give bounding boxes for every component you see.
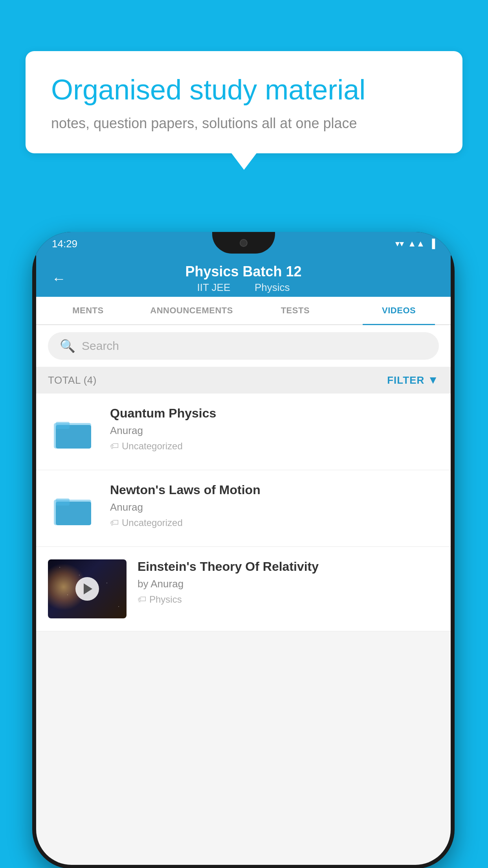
subtitle-iit: IIT JEE: [197, 281, 230, 293]
tag-icon-einstein: 🏷: [138, 594, 146, 605]
batch-title: Physics Batch 12: [185, 263, 301, 280]
battery-icon: ▐: [429, 239, 435, 249]
filter-icon: ▼: [427, 374, 439, 386]
front-camera: [240, 239, 248, 247]
play-triangle-icon: [84, 583, 92, 594]
einstein-title: Einstein's Theory Of Relativity: [138, 559, 439, 574]
subtitle-physics: Physics: [255, 281, 290, 293]
tag-icon-newton: 🏷: [110, 518, 119, 528]
tag-icon: 🏷: [110, 441, 119, 451]
newton-info: Newton's Laws of Motion Anurag 🏷 Uncateg…: [110, 483, 439, 528]
quantum-thumbnail: [48, 406, 99, 457]
video-item-quantum[interactable]: Quantum Physics Anurag 🏷 Uncategorized: [36, 394, 451, 470]
phone-frame: 14:29 ▾▾ ▲▲ ▐ ← Physics Batch 12 IIT JEE…: [32, 232, 455, 868]
play-button[interactable]: [75, 577, 99, 601]
quantum-tag: 🏷 Uncategorized: [110, 441, 439, 452]
einstein-author: by Anurag: [138, 578, 439, 590]
folder-icon-quantum: [52, 413, 95, 451]
video-item-einstein[interactable]: Einstein's Theory Of Relativity by Anura…: [36, 547, 451, 631]
tab-videos[interactable]: VIDEOS: [347, 297, 451, 324]
status-time: 14:29: [52, 238, 77, 250]
app-header: ← Physics Batch 12 IIT JEE Physics: [36, 256, 451, 297]
tab-announcements[interactable]: ANNOUNCEMENTS: [140, 297, 244, 324]
signal-icon: ▲▲: [408, 239, 425, 249]
video-list: Quantum Physics Anurag 🏷 Uncategorized: [36, 394, 451, 631]
speech-bubble: Organised study material notes, question…: [26, 51, 462, 153]
folder-icon-newton: [52, 490, 95, 527]
video-item-newton[interactable]: Newton's Laws of Motion Anurag 🏷 Uncateg…: [36, 470, 451, 547]
search-input[interactable]: 🔍 Search: [48, 332, 439, 360]
filter-bar: TOTAL (4) FILTER ▼: [36, 367, 451, 394]
quantum-tag-label: Uncategorized: [122, 441, 183, 452]
tab-ments[interactable]: MENTS: [36, 297, 140, 324]
newton-title: Newton's Laws of Motion: [110, 483, 439, 497]
search-bar-container: 🔍 Search: [36, 325, 451, 367]
newton-author: Anurag: [110, 501, 439, 513]
header-top: ← Physics Batch 12 IIT JEE Physics: [52, 263, 435, 297]
einstein-tag-label: Physics: [149, 594, 182, 605]
filter-label: FILTER: [387, 374, 424, 386]
einstein-thumbnail: [48, 559, 127, 618]
einstein-info: Einstein's Theory Of Relativity by Anura…: [138, 559, 439, 605]
tab-tests[interactable]: TESTS: [244, 297, 347, 324]
back-button[interactable]: ←: [52, 270, 66, 287]
wifi-icon: ▾▾: [395, 239, 404, 249]
speech-bubble-headline: Organised study material: [51, 73, 437, 107]
search-placeholder: Search: [82, 339, 119, 353]
quantum-title: Quantum Physics: [110, 406, 439, 421]
filter-button[interactable]: FILTER ▼: [387, 374, 439, 386]
search-icon: 🔍: [60, 338, 75, 353]
quantum-info: Quantum Physics Anurag 🏷 Uncategorized: [110, 406, 439, 452]
einstein-tag: 🏷 Physics: [138, 594, 439, 605]
tab-bar: MENTS ANNOUNCEMENTS TESTS VIDEOS: [36, 297, 451, 325]
header-title: Physics Batch 12 IIT JEE Physics: [185, 263, 301, 294]
newton-thumbnail: [48, 483, 99, 534]
total-count: TOTAL (4): [48, 374, 97, 386]
subtitle-separator: [241, 281, 246, 293]
svg-rect-2: [56, 422, 70, 429]
header-subtitle: IIT JEE Physics: [185, 281, 301, 294]
newton-tag-label: Uncategorized: [122, 517, 183, 528]
svg-rect-5: [56, 498, 70, 506]
status-icons: ▾▾ ▲▲ ▐: [395, 239, 435, 249]
speech-bubble-subtext: notes, question papers, solutions all at…: [51, 115, 437, 132]
phone-screen: ← Physics Batch 12 IIT JEE Physics MENTS…: [36, 256, 451, 865]
phone-notch: [212, 232, 275, 254]
newton-tag: 🏷 Uncategorized: [110, 517, 439, 528]
quantum-author: Anurag: [110, 425, 439, 437]
speech-bubble-container: Organised study material notes, question…: [26, 51, 462, 153]
